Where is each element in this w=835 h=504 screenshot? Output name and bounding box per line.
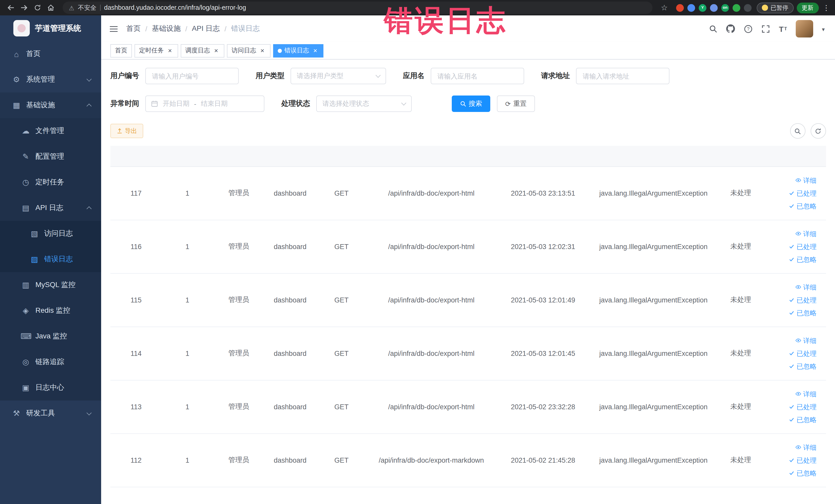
reset-button[interactable]: 重置: [497, 96, 535, 112]
processed-link[interactable]: 已处理: [767, 294, 816, 306]
sidebar-item[interactable]: ◷ 定时任务: [0, 169, 101, 195]
sidebar-item[interactable]: ☁ 文件管理: [0, 118, 101, 144]
ignored-link[interactable]: 已忽略: [767, 466, 816, 479]
tab[interactable]: 错误日志: [273, 44, 323, 57]
paused-badge[interactable]: 已暂停: [757, 2, 793, 13]
search-button[interactable]: 搜索: [452, 96, 490, 112]
sidebar-item[interactable]: ✎ 配置管理: [0, 144, 101, 169]
toggle-search-button[interactable]: [790, 123, 805, 139]
user-avatar[interactable]: [796, 20, 813, 38]
request-url-input[interactable]: [576, 68, 669, 84]
check-icon: [788, 350, 794, 356]
hamburger-icon[interactable]: [109, 24, 118, 33]
sidebar-item-label: 配置管理: [36, 152, 64, 161]
processed-link[interactable]: 已处理: [767, 454, 816, 466]
cell-exception-name: java.lang.IllegalArgumentException: [591, 434, 716, 487]
app-logo[interactable]: 芋道管理系统: [0, 15, 101, 41]
tab[interactable]: 定时任务: [135, 44, 178, 57]
user-type-select[interactable]: 请选择用户类型: [290, 68, 386, 84]
app-name-input[interactable]: [431, 68, 524, 84]
processed-link[interactable]: 已处理: [767, 240, 816, 253]
detail-link[interactable]: 详细: [767, 281, 816, 294]
ignored-link[interactable]: 已忽略: [767, 200, 816, 212]
ignored-link[interactable]: 已忽略: [767, 360, 816, 372]
search-icon[interactable]: [709, 25, 717, 33]
sidebar-item[interactable]: ◎ 链路追踪: [0, 349, 101, 375]
tab[interactable]: 首页: [110, 44, 132, 57]
filter-label: 用户类型: [256, 72, 284, 81]
font-size-icon[interactable]: [779, 24, 787, 33]
breadcrumb-item[interactable]: API 日志: [181, 24, 220, 33]
sidebar-item[interactable]: ⚒ 研发工具: [0, 401, 101, 426]
sidebar-item[interactable]: ◈ Redis 监控: [0, 298, 101, 323]
processed-link[interactable]: 已处理: [767, 187, 816, 200]
cell-exception-name: java.lang.IllegalArgumentException: [591, 220, 716, 273]
tab[interactable]: 访问日志: [227, 44, 270, 57]
github-icon[interactable]: [726, 24, 735, 33]
extension-leaf-icon[interactable]: [733, 4, 740, 12]
extension-green-y-icon[interactable]: Y: [699, 4, 707, 12]
export-button[interactable]: 导出: [110, 124, 143, 138]
ignored-link[interactable]: 已忽略: [767, 306, 816, 319]
sidebar-item[interactable]: ⌨ Java 监控: [0, 323, 101, 349]
sidebar-item[interactable]: ⚙ 系统管理: [0, 67, 101, 93]
detail-link[interactable]: 详细: [767, 174, 816, 187]
sidebar-item[interactable]: ▤ API 日志: [0, 195, 101, 221]
user-id-input[interactable]: [145, 68, 239, 84]
filter-label: 异常时间: [110, 99, 139, 108]
detail-link[interactable]: 详细: [767, 227, 816, 240]
tab[interactable]: 调度日志: [181, 44, 224, 57]
fullscreen-icon[interactable]: [761, 24, 770, 33]
processed-link[interactable]: 已处理: [767, 347, 816, 360]
browser-home-icon[interactable]: [44, 1, 58, 14]
app-header: 首页基础设施API 日志错误日志: [101, 15, 835, 42]
sidebar-item-label: 首页: [26, 49, 41, 59]
extension-blue-icon[interactable]: [687, 4, 695, 12]
breadcrumb-label: API 日志: [192, 24, 220, 33]
ignored-link[interactable]: 已忽略: [767, 413, 816, 426]
breadcrumb-item[interactable]: 首页: [126, 24, 141, 33]
back-icon[interactable]: [4, 1, 18, 14]
close-icon[interactable]: [212, 47, 220, 54]
detail-link[interactable]: 详细: [767, 334, 816, 347]
update-button[interactable]: 更新: [796, 2, 819, 13]
process-status-select[interactable]: 请选择处理状态: [316, 96, 412, 112]
cell-request-url: /api/infra/db-doc/export-html: [367, 380, 495, 434]
sidebar-item[interactable]: ▧ 访问日志: [0, 221, 101, 246]
sidebar-item[interactable]: ▨ 错误日志: [0, 246, 101, 272]
gear-icon: ⚙: [11, 75, 22, 84]
refresh-table-button[interactable]: [810, 123, 826, 139]
detail-link[interactable]: 详细: [767, 441, 816, 454]
extension-grid-icon[interactable]: [710, 4, 718, 12]
browser-menu-icon[interactable]: [822, 1, 831, 14]
exception-time-range[interactable]: 开始日期 - 结束日期: [145, 96, 264, 112]
table-row: 114 1 管理员 dashboard GET /api/infra/db-do…: [110, 327, 826, 380]
address-bar[interactable]: 不安全 dashboard.yudao.iocoder.cn/infra/log…: [63, 2, 652, 14]
sidebar-item-label: 研发工具: [26, 409, 55, 418]
reload-icon[interactable]: [31, 1, 44, 14]
sidebar-item[interactable]: ⌂ 首页: [0, 41, 101, 67]
bookmark-star-icon[interactable]: [658, 1, 671, 14]
select-placeholder: 请选择用户类型: [297, 72, 343, 81]
help-icon[interactable]: [744, 24, 753, 33]
column-header: [110, 146, 162, 166]
column-header: [591, 146, 716, 166]
chevron-down-icon[interactable]: [822, 24, 825, 33]
detail-link[interactable]: 详细: [767, 387, 816, 400]
extension-on-icon[interactable]: on: [721, 4, 729, 12]
sidebar-item[interactable]: ▥ MySQL 监控: [0, 272, 101, 298]
sidebar-item[interactable]: ▦ 基础设施: [0, 93, 101, 118]
close-icon[interactable]: [259, 47, 266, 54]
forward-icon[interactable]: [18, 1, 31, 14]
extension-red-icon[interactable]: [676, 4, 684, 12]
close-icon[interactable]: [166, 47, 174, 54]
extension-paw-icon[interactable]: [744, 4, 752, 12]
ignored-link[interactable]: 已忽略: [767, 253, 816, 266]
check-icon: [788, 190, 794, 196]
breadcrumb-item[interactable]: 基础设施: [141, 24, 181, 33]
breadcrumb-item[interactable]: 错误日志: [220, 24, 260, 33]
processed-link[interactable]: 已处理: [767, 400, 816, 413]
close-icon[interactable]: [312, 47, 319, 54]
cell-actions: 详细 已处理 已忽略: [765, 273, 826, 327]
sidebar-item[interactable]: ▣ 日志中心: [0, 375, 101, 401]
